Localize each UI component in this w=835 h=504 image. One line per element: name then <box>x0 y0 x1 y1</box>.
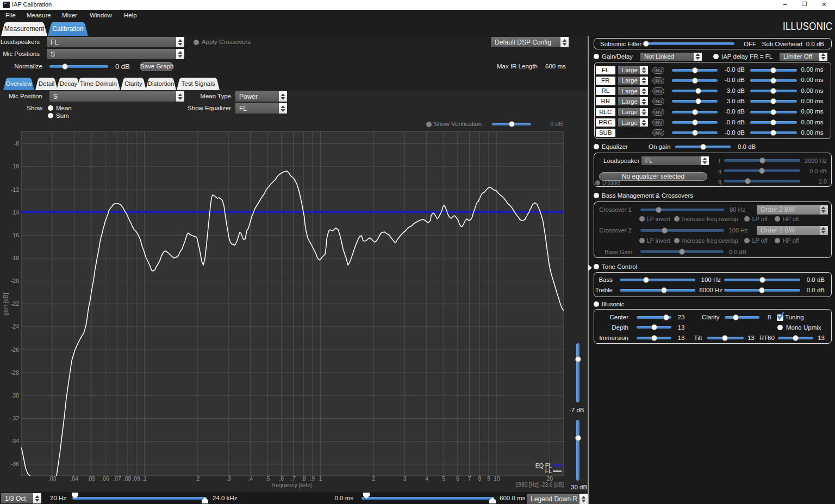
svg-text:8: 8 <box>478 475 481 482</box>
svg-text:.06: .06 <box>101 475 109 482</box>
svg-text:-34: -34 <box>11 438 19 444</box>
svg-text:20: 20 <box>546 475 553 482</box>
svg-text:1980 [Hz] -23.6 [dB]: 1980 [Hz] -23.6 [dB] <box>515 482 564 488</box>
svg-text:7: 7 <box>468 475 471 482</box>
svg-text:-14: -14 <box>11 209 19 216</box>
svg-text:-24: -24 <box>11 323 19 330</box>
svg-text:-28: -28 <box>11 369 19 376</box>
svg-text:.6: .6 <box>279 475 284 482</box>
svg-text:-32: -32 <box>11 415 19 421</box>
svg-text:.03: .03 <box>48 475 57 482</box>
svg-text:-16: -16 <box>11 232 19 238</box>
svg-text:gain [dB]: gain [dB] <box>2 293 9 316</box>
svg-text:5: 5 <box>442 475 445 482</box>
svg-text:.07: .07 <box>113 475 121 482</box>
svg-text:.1: .1 <box>142 475 147 482</box>
svg-text:.3: .3 <box>226 475 231 482</box>
svg-text:3: 3 <box>403 475 406 482</box>
svg-text:1: 1 <box>319 475 322 482</box>
svg-text:-10: -10 <box>11 163 19 169</box>
svg-text:-30: -30 <box>11 392 19 399</box>
svg-text:.7: .7 <box>291 475 296 482</box>
svg-text:9: 9 <box>487 475 490 482</box>
svg-text:.8: .8 <box>301 475 306 482</box>
svg-text:-18: -18 <box>11 255 19 261</box>
svg-text:-8: -8 <box>14 140 19 147</box>
svg-text:2: 2 <box>372 475 375 482</box>
svg-text:-26: -26 <box>11 346 19 353</box>
svg-text:.05: .05 <box>88 475 96 482</box>
svg-text:.04: .04 <box>70 475 78 482</box>
svg-text:.9: .9 <box>310 475 315 482</box>
svg-text:-36: -36 <box>11 461 19 467</box>
svg-text:-20: -20 <box>11 278 19 284</box>
svg-text:.4: .4 <box>248 475 253 482</box>
svg-text:10: 10 <box>494 475 500 482</box>
svg-text:.2: .2 <box>195 475 200 482</box>
svg-text:FL: FL <box>545 468 552 474</box>
svg-text:.09: .09 <box>132 475 140 482</box>
svg-text:.08: .08 <box>123 475 132 482</box>
svg-text:-12: -12 <box>11 186 19 193</box>
svg-text:frequency [kHz]: frequency [kHz] <box>272 482 312 488</box>
svg-text:4: 4 <box>425 475 428 482</box>
svg-text:-22: -22 <box>11 300 19 307</box>
svg-text:6: 6 <box>456 475 459 482</box>
svg-text:.5: .5 <box>265 475 270 482</box>
